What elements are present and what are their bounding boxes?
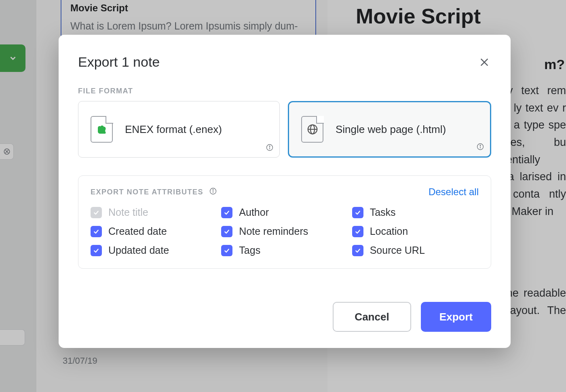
checkbox-tags[interactable]: Tags bbox=[221, 244, 348, 256]
svg-point-16 bbox=[213, 189, 213, 190]
export-button[interactable]: Export bbox=[421, 302, 491, 332]
file-format-label: FILE FORMAT bbox=[78, 87, 491, 95]
format-option-html[interactable]: Single web page (.html) bbox=[288, 101, 491, 158]
attributes-panel: EXPORT NOTE ATTRIBUTES Deselect all Note… bbox=[78, 175, 491, 269]
format-option-html-label: Single web page (.html) bbox=[336, 123, 446, 136]
checkbox-tasks[interactable]: Tasks bbox=[352, 207, 479, 218]
checkbox-label: Note title bbox=[108, 207, 148, 218]
check-icon bbox=[221, 245, 232, 256]
svg-point-13 bbox=[480, 145, 481, 146]
attributes-label: EXPORT NOTE ATTRIBUTES bbox=[91, 188, 203, 196]
check-icon bbox=[91, 207, 102, 218]
checkbox-label: Tags bbox=[239, 244, 260, 256]
check-icon bbox=[221, 207, 232, 218]
checkbox-source-url[interactable]: Source URL bbox=[352, 244, 479, 256]
checkbox-created-date[interactable]: Created date bbox=[91, 226, 217, 237]
checkbox-label: Source URL bbox=[370, 244, 425, 256]
checkbox-label: Author bbox=[239, 207, 269, 218]
checkbox-note-title: Note title bbox=[91, 207, 217, 218]
info-icon[interactable] bbox=[476, 143, 484, 152]
info-icon[interactable] bbox=[266, 143, 274, 153]
checkbox-note-reminders[interactable]: Note reminders bbox=[221, 226, 348, 237]
checkbox-label: Tasks bbox=[370, 207, 396, 218]
svg-point-7 bbox=[269, 146, 270, 147]
check-icon bbox=[352, 226, 363, 237]
format-option-enex-label: ENEX format (.enex) bbox=[125, 123, 222, 136]
checkbox-label: Updated date bbox=[108, 244, 169, 256]
file-html-icon bbox=[301, 116, 323, 143]
check-icon bbox=[91, 245, 102, 256]
info-icon[interactable] bbox=[209, 187, 217, 197]
checkbox-location[interactable]: Location bbox=[352, 226, 479, 237]
checkbox-label: Note reminders bbox=[239, 226, 308, 237]
checkbox-author[interactable]: Author bbox=[221, 207, 348, 218]
check-icon bbox=[221, 226, 232, 237]
check-icon bbox=[91, 226, 102, 237]
file-enex-icon bbox=[91, 116, 113, 143]
close-button[interactable] bbox=[477, 55, 491, 69]
export-dialog: Export 1 note FILE FORMAT ENEX format (.… bbox=[59, 35, 511, 348]
check-icon bbox=[352, 207, 363, 218]
cancel-button[interactable]: Cancel bbox=[333, 302, 411, 332]
checkbox-label: Location bbox=[370, 226, 408, 237]
checkbox-label: Created date bbox=[108, 226, 167, 237]
checkbox-updated-date[interactable]: Updated date bbox=[91, 244, 217, 256]
dialog-title: Export 1 note bbox=[78, 54, 160, 70]
check-icon bbox=[352, 245, 363, 256]
deselect-all-link[interactable]: Deselect all bbox=[429, 186, 479, 198]
format-option-enex[interactable]: ENEX format (.enex) bbox=[78, 101, 280, 158]
